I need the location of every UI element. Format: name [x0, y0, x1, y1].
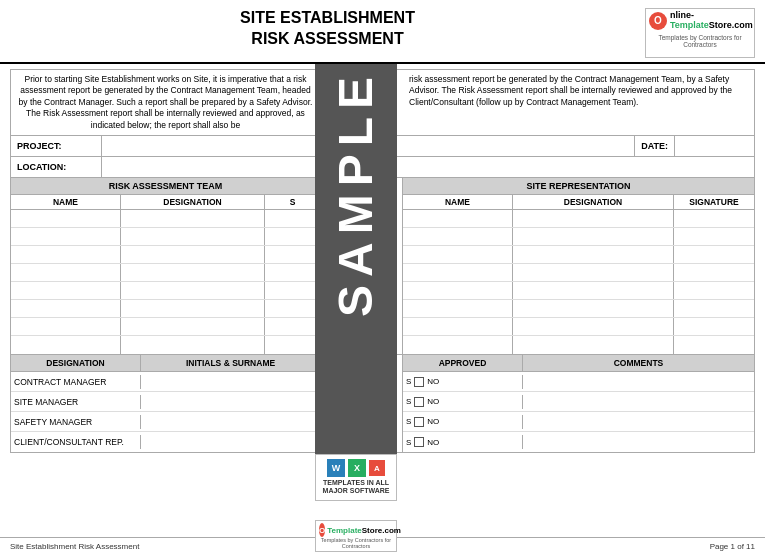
rat-rows: [11, 210, 320, 354]
initials-cell[interactable]: [141, 400, 320, 404]
sr-col-designation: DESIGNATION: [513, 195, 674, 209]
designation-cell: SITE MANAGER: [11, 395, 141, 409]
online-logo-small: O TemplateStore.com Templates by Contrac…: [315, 520, 397, 552]
logo-circle: O: [649, 12, 667, 30]
site-representation-table: SITE REPRESENTATION NAME DESIGNATION SIG…: [403, 178, 754, 354]
ol-name: TemplateStore.com: [327, 526, 401, 535]
table-row: [403, 264, 754, 282]
table-row: [403, 228, 754, 246]
page: SITE ESTABLISHMENT RISK ASSESSMENT O nli…: [0, 0, 765, 555]
pdf-icon: A: [369, 460, 385, 476]
date-label: DATE:: [635, 139, 674, 153]
table-row: [11, 318, 320, 336]
approval-right: APPROVED COMMENTS S NO: [403, 355, 754, 452]
appr-approved-header: APPROVED: [403, 355, 523, 371]
list-item: S NO: [403, 372, 754, 392]
appr-col-initials: INITIALS & SURNAME: [141, 355, 320, 371]
list-item: SAFETY MANAGER: [11, 412, 320, 432]
page-title: SITE ESTABLISHMENT RISK ASSESSMENT: [10, 8, 645, 50]
logo-tagline: Templates by Contractors for Contractors: [646, 33, 754, 49]
ol-sub: Templates by Contractors for Contractors: [319, 537, 393, 549]
main-content: SAMPLE W X A TEMPLATES IN ALLMAJOR SOFTW…: [0, 64, 765, 537]
sr-col-sig: SIGNATURE: [674, 195, 754, 209]
comments-cell[interactable]: [523, 380, 754, 384]
location-label: LOCATION:: [11, 160, 101, 174]
date-section: DATE:: [634, 136, 754, 156]
ol-circle: O: [319, 523, 325, 537]
appr-right-col-headers: APPROVED COMMENTS: [403, 355, 754, 372]
no-checkbox[interactable]: [414, 437, 424, 447]
table-row: [11, 336, 320, 354]
approval-left: DESIGNATION INITIALS & SURNAME CONTRACT …: [11, 355, 321, 452]
sr-col-headers: NAME DESIGNATION SIGNATURE: [403, 195, 754, 210]
comments-cell[interactable]: [523, 400, 754, 404]
designation-cell: CLIENT/CONSULTANT REP.: [11, 435, 141, 449]
table-row: [11, 210, 320, 228]
logo-top: O nline- TemplateStore.com: [646, 9, 754, 33]
template-label: TEMPLATES IN ALLMAJOR SOFTWARE: [323, 479, 390, 496]
rat-col-sig: S: [265, 195, 320, 209]
approved-cell: S NO: [403, 375, 523, 389]
table-row: [11, 300, 320, 318]
designation-cell: CONTRACT MANAGER: [11, 375, 141, 389]
logo: O nline- TemplateStore.com Templates by …: [645, 8, 755, 58]
table-row: [11, 246, 320, 264]
table-row: [403, 336, 754, 354]
designation-cell: SAFETY MANAGER: [11, 415, 141, 429]
appr-col-designation: DESIGNATION: [11, 355, 141, 371]
approved-cell: S NO: [403, 415, 523, 429]
table-row: [403, 210, 754, 228]
footer-right: Page 1 of 11: [710, 542, 755, 551]
rat-col-designation: DESIGNATION: [121, 195, 265, 209]
header: SITE ESTABLISHMENT RISK ASSESSMENT O nli…: [0, 0, 765, 64]
initials-cell[interactable]: [141, 420, 320, 424]
project-label: PROJECT:: [11, 139, 101, 153]
comments-cell[interactable]: [523, 440, 754, 444]
list-item: SITE MANAGER: [11, 392, 320, 412]
table-row: [403, 318, 754, 336]
sample-text: SAMPLE: [332, 69, 380, 317]
list-item: CONTRACT MANAGER: [11, 372, 320, 392]
risk-assessment-team-table: RISK ASSESSMENT TEAM NAME DESIGNATION S: [11, 178, 321, 354]
initials-cell[interactable]: [141, 380, 320, 384]
no-checkbox[interactable]: [414, 397, 424, 407]
intro-left: Prior to starting Site Establishment wor…: [11, 70, 321, 135]
table-row: [403, 246, 754, 264]
sr-header: SITE REPRESENTATION: [403, 178, 754, 195]
table-row: [11, 264, 320, 282]
rat-col-name: NAME: [11, 195, 121, 209]
approval-rows-right: S NO S NO: [403, 372, 754, 452]
table-row: [11, 228, 320, 246]
rat-col-headers: NAME DESIGNATION S: [11, 195, 320, 210]
date-value[interactable]: [674, 136, 754, 156]
approved-cell: S NO: [403, 395, 523, 409]
comments-cell[interactable]: [523, 420, 754, 424]
no-checkbox[interactable]: [414, 377, 424, 387]
approved-cell: S NO: [403, 435, 523, 449]
table-row: [403, 282, 754, 300]
word-icon: W: [327, 459, 345, 477]
appr-comments-header: COMMENTS: [523, 355, 754, 371]
sr-col-name: NAME: [403, 195, 513, 209]
sr-rows: [403, 210, 754, 354]
footer-left: Site Establishment Risk Assessment: [10, 542, 139, 551]
sample-overlay: SAMPLE: [315, 64, 397, 454]
list-item: S NO: [403, 432, 754, 452]
list-item: S NO: [403, 392, 754, 412]
table-row: [11, 282, 320, 300]
approval-rows-left: CONTRACT MANAGER SITE MANAGER SAFETY MAN…: [11, 372, 320, 452]
list-item: S NO: [403, 412, 754, 432]
table-row: [403, 300, 754, 318]
excel-icon: X: [348, 459, 366, 477]
logo-name: nline- TemplateStore.com: [670, 11, 753, 31]
approval-col-headers: DESIGNATION INITIALS & SURNAME: [11, 355, 320, 372]
rat-header: RISK ASSESSMENT TEAM: [11, 178, 320, 195]
initials-cell[interactable]: [141, 440, 320, 444]
intro-right: risk assessment report be generated by t…: [403, 70, 754, 135]
template-icons-box: W X A TEMPLATES IN ALLMAJOR SOFTWARE: [315, 454, 397, 501]
content-wrapper: SAMPLE W X A TEMPLATES IN ALLMAJOR SOFTW…: [10, 64, 755, 453]
list-item: CLIENT/CONSULTANT REP.: [11, 432, 320, 452]
no-checkbox[interactable]: [414, 417, 424, 427]
ti-icons-row: W X A: [327, 459, 385, 477]
